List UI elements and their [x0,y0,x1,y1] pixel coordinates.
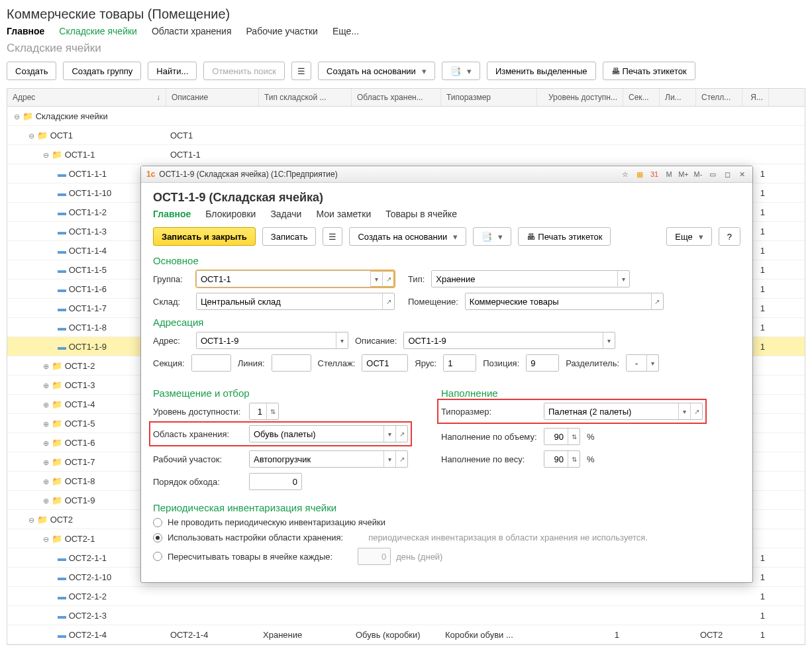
chevron-down-icon[interactable]: ▾ [646,355,658,371]
tab-main[interactable]: Главное [7,26,44,36]
favorite-icon[interactable]: ☆ [620,169,631,179]
expand-icon[interactable]: ⊖ [43,151,49,159]
expand-icon[interactable]: ⊕ [43,439,49,447]
save-button[interactable]: Записать [262,227,317,246]
print-labels-button[interactable]: 🖶Печать этикеток [603,62,695,80]
chevron-down-icon[interactable]: ▾ [370,271,382,287]
fill-vol-input[interactable]: ⇅ [544,428,580,445]
maximize-icon[interactable]: ◻ [722,169,733,179]
open-icon[interactable]: ↗ [382,293,394,309]
col-type[interactable]: Тип складской ... [259,89,352,106]
expand-icon[interactable]: ⊖ [28,132,34,140]
table-row[interactable]: ▬ ОСТ2-1-31 [7,606,805,625]
create-group-button[interactable]: Создать группу [63,62,141,80]
col-rack[interactable]: Стелл... [696,89,742,106]
tab-areas[interactable]: Области хранения [152,26,232,36]
edit-selected-button[interactable]: Изменить выделенные [487,62,596,80]
room-input[interactable]: ↗ [465,293,664,310]
spinner-icon[interactable]: ⇅ [568,451,580,467]
table-row[interactable]: ⊖📁 ОСТ1ОСТ1 [7,126,805,145]
open-icon[interactable]: ↗ [395,451,407,467]
dlg-create-based-button[interactable]: Создать на основании [349,227,466,246]
tab-workareas[interactable]: Рабочие участки [246,26,318,36]
minimize-icon[interactable]: ▭ [707,169,718,179]
group-input[interactable]: ▾ ↗ [196,270,395,287]
edi-icon-button[interactable]: 📑 [442,62,480,80]
calc-icon[interactable]: ▦ [634,169,645,179]
expand-icon[interactable]: ⊕ [43,382,49,389]
col-section[interactable]: Сек... [623,89,660,106]
find-button[interactable]: Найти... [148,62,197,80]
list-icon[interactable]: ☰ [323,227,342,246]
col-level[interactable]: Уровень доступн... [537,89,623,106]
spinner-icon[interactable]: ⇅ [266,403,278,419]
tab-more[interactable]: Еще... [332,26,359,36]
list-mode-icon[interactable]: ☰ [291,62,311,80]
address-input[interactable]: ▾ [196,332,348,349]
section-input[interactable] [191,354,231,372]
line-input[interactable] [272,354,311,372]
expand-icon[interactable]: ⊖ [28,516,34,524]
expand-icon[interactable]: ⊕ [43,362,49,370]
tab-cells[interactable]: Складские ячейки [59,26,137,36]
dlg-tab-main[interactable]: Главное [153,209,191,219]
expand-icon[interactable]: ⊕ [43,478,49,486]
open-icon[interactable]: ↗ [651,293,663,309]
pos-input[interactable] [526,354,559,372]
m-minus-icon[interactable]: M- [693,169,703,179]
chevron-down-icon[interactable]: ▾ [336,332,348,348]
size-input[interactable]: ▾↗ [544,403,703,420]
dlg-tab-blocks[interactable]: Блокировки [205,209,256,219]
expand-icon[interactable]: ⊖ [43,535,49,543]
create-button[interactable]: Создать [7,62,56,80]
order-input[interactable] [249,473,302,490]
level-input[interactable]: ⇅ [249,403,279,420]
col-description[interactable]: Описание [166,89,259,106]
open-icon[interactable]: ↗ [690,403,702,419]
cancel-search-button[interactable]: Отменить поиск [203,62,285,80]
chevron-down-icon[interactable]: ▾ [617,271,629,287]
inv-opt-every[interactable]: Пересчитывать товары в ячейке каждые: де… [153,548,740,565]
chevron-down-icon[interactable]: ▾ [383,426,395,442]
table-row[interactable]: ▬ ОСТ2-1-4ОСТ2-1-4ХранениеОбувь (коробки… [7,625,805,644]
dlg-tab-tasks[interactable]: Задачи [270,209,301,219]
workarea-input[interactable]: ▾↗ [249,450,408,468]
calendar-icon[interactable]: 31 [649,169,660,179]
save-close-button[interactable]: Записать и закрыть [153,227,256,246]
chevron-down-icon[interactable]: ▾ [603,332,615,348]
col-line[interactable]: Ли... [660,89,696,106]
m-plus-icon[interactable]: M+ [678,169,689,179]
dlg-edi-button[interactable]: 📑 [473,227,511,246]
expand-icon[interactable]: ⊕ [43,401,49,409]
open-icon[interactable]: ↗ [382,271,394,287]
chevron-down-icon[interactable]: ▾ [678,403,690,419]
inv-opt-area[interactable]: Использовать настройки области хранения:… [153,533,740,542]
col-area[interactable]: Область хранен... [352,89,441,106]
fill-weight-input[interactable]: ⇅ [544,450,580,468]
table-row[interactable]: ⊖📁 ОСТ1-1ОСТ1-1 [7,145,805,164]
dlg-tab-goods[interactable]: Товары в ячейке [385,209,457,219]
expand-icon[interactable]: ⊕ [43,497,49,505]
inv-opt-none[interactable]: Не проводить периодическую инвентаризаци… [153,517,740,527]
desc-input[interactable]: ▾ [403,332,615,349]
table-row[interactable]: ▬ ОСТ2-1-21 [7,587,805,606]
create-based-button[interactable]: Создать на основании [318,62,435,80]
warehouse-input[interactable]: ↗ [196,293,395,310]
type-input[interactable]: ▾ [431,270,630,287]
col-tier[interactable]: Я... [742,89,769,106]
spinner-icon[interactable]: ⇅ [568,429,580,444]
col-address[interactable]: Адрес ↓ [7,89,166,106]
dlg-tab-notes[interactable]: Мои заметки [316,209,371,219]
dlg-print-labels-button[interactable]: 🖶Печать этикеток [518,227,611,246]
rack-input[interactable] [362,354,408,372]
expand-icon[interactable]: ⊕ [43,458,49,466]
open-icon[interactable]: ↗ [395,426,407,442]
col-size[interactable]: Типоразмер [441,89,537,106]
expand-icon[interactable]: ⊕ [43,420,49,428]
dialog-titlebar[interactable]: 1c ОСТ1-1-9 (Складская ячейка) (1С:Предп… [141,166,752,183]
m-icon[interactable]: M [664,169,674,179]
chevron-down-icon[interactable]: ▾ [383,451,395,467]
expand-icon[interactable]: ⊖ [14,113,20,121]
more-button[interactable]: Еще [666,227,711,246]
help-button[interactable]: ? [719,227,740,246]
